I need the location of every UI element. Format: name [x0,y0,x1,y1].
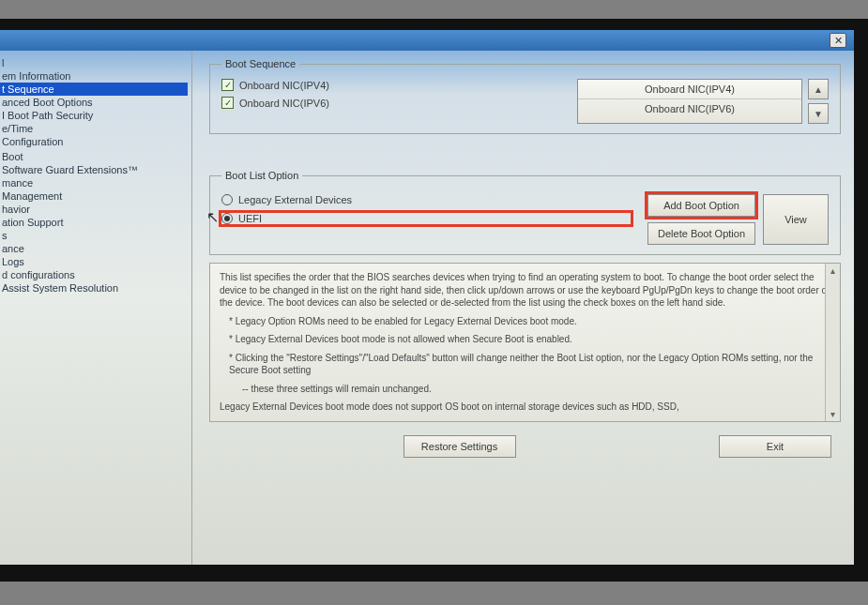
boot-list-option-group: Boot List Option Legacy External Devices… [209,170,841,255]
sidebar-item[interactable]: havior [0,203,188,216]
help-bullet: * Legacy Option ROMs need to be enabled … [229,315,830,328]
sidebar-item[interactable]: Logs [0,255,188,268]
scroll-down-icon[interactable]: ▾ [830,409,835,419]
sidebar-item[interactable]: t Sequence [0,83,188,96]
boot-order-item[interactable]: Onboard NIC(IPV4) [578,80,801,99]
footer-buttons: Restore Settings Exit [209,430,841,461]
boot-check-label: Onboard NIC(IPV6) [239,98,329,109]
sidebar-item[interactable]: ation Support [0,216,188,229]
help-text-box: This list specifies the order that the B… [209,263,841,422]
move-up-button[interactable]: ▲ [808,79,829,99]
help-scrollbar[interactable]: ▴ ▾ [825,264,840,421]
view-button[interactable]: View [763,194,829,245]
boot-sequence-group: Boot Sequence ✓Onboard NIC(IPV4)✓Onboard… [209,58,841,134]
sidebar-item[interactable]: Assist System Resolution [0,281,188,295]
sidebar-item[interactable]: mance [0,176,188,189]
boot-list-radio[interactable]: UEFI [221,213,631,224]
boot-check-row[interactable]: ✓Onboard NIC(IPV6) [221,97,560,109]
checkbox-icon[interactable]: ✓ [221,79,234,91]
sidebar-item[interactable]: I Boot Path Security [0,109,188,122]
sidebar-item[interactable]: ance [0,242,188,255]
boot-list-option-legend: Boot List Option [221,170,302,181]
help-bullet: * Legacy External Devices boot mode is n… [229,333,830,346]
main-panel: Boot Sequence ✓Onboard NIC(IPV4)✓Onboard… [192,51,854,565]
radio-label: Legacy External Devices [238,194,352,205]
boot-order-listbox[interactable]: Onboard NIC(IPV4)Onboard NIC(IPV6) [577,79,802,124]
scroll-up-icon[interactable]: ▴ [830,265,835,276]
radio-icon[interactable] [221,213,233,224]
sidebar-item[interactable]: d configurations [0,268,188,281]
sidebar-item[interactable]: anced Boot Options [0,96,188,109]
sidebar-item[interactable]: Management [0,189,188,203]
sidebar-item[interactable]: e/Time [0,122,188,135]
boot-sequence-legend: Boot Sequence [221,58,299,69]
help-bullet-sub: -- these three settings will remain unch… [242,383,830,396]
radio-icon[interactable] [221,194,233,205]
title-bar: ✕ [0,30,854,51]
boot-check-row[interactable]: ✓Onboard NIC(IPV4) [221,79,560,91]
settings-sidebar: lem Informationt Sequenceanced Boot Opti… [0,51,192,565]
sidebar-item[interactable]: l [0,56,188,69]
bios-screen: ✕ lem Informationt Sequenceanced Boot Op… [0,30,854,565]
content-area: lem Informationt Sequenceanced Boot Opti… [0,51,854,565]
move-down-button[interactable]: ▼ [808,103,829,124]
boot-list-radio[interactable]: Legacy External Devices [221,194,631,205]
help-paragraph: This list specifies the order that the B… [220,271,830,310]
sidebar-item[interactable]: em Information [0,69,188,83]
help-paragraph: Legacy External Devices boot mode does n… [220,401,830,414]
checkbox-icon[interactable]: ✓ [221,97,234,109]
restore-settings-button[interactable]: Restore Settings [404,435,516,458]
close-button[interactable]: ✕ [830,33,846,48]
sidebar-item[interactable]: Software Guard Extensions™ [0,163,188,176]
sidebar-item[interactable]: s [0,229,188,242]
sidebar-item[interactable]: Boot [0,150,188,163]
help-bullet: * Clicking the "Restore Settings"/"Load … [229,352,830,377]
boot-check-label: Onboard NIC(IPV4) [239,80,329,91]
exit-button[interactable]: Exit [719,435,831,458]
boot-order-item[interactable]: Onboard NIC(IPV6) [578,99,801,118]
delete-boot-option-button[interactable]: Delete Boot Option [647,222,755,245]
add-boot-option-button[interactable]: Add Boot Option [647,194,755,217]
monitor-frame: ✕ lem Informationt Sequenceanced Boot Op… [0,19,868,582]
radio-label: UEFI [238,213,262,224]
sidebar-item[interactable]: Configuration [0,135,188,148]
